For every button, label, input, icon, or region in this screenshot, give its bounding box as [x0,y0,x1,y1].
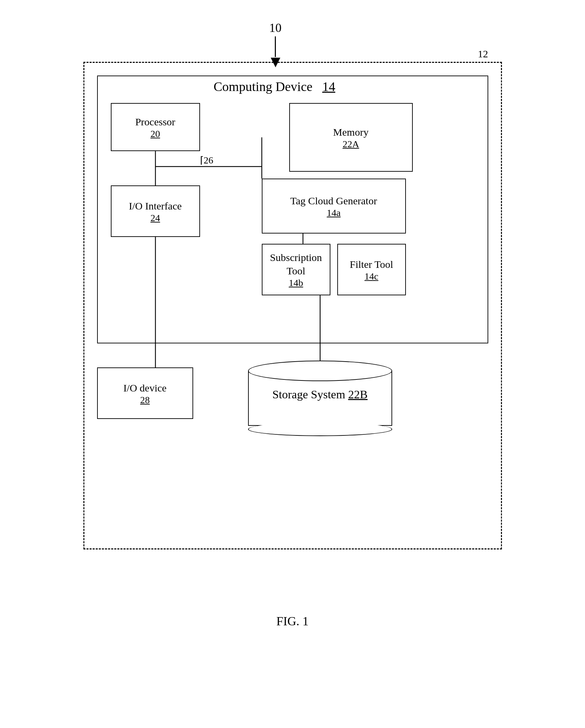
cylinder: Storage System 22B [248,361,392,436]
fig-caption: FIG. 1 [276,614,308,628]
subscription-box: Subscription Tool 14b [262,244,330,295]
arrow-stem [275,36,276,57]
io-interface-box: I/O Interface 24 [111,185,200,237]
diagram: 10 12 Computing Device 14 Processor 20 M… [70,21,516,639]
cylinder-top [248,361,392,381]
top-arrow: 10 [269,21,282,67]
processor-box: Processor 20 [111,103,200,151]
label-26: ⌈26 [200,155,213,166]
computing-device-number: 14 [322,79,335,94]
computing-device-label: Computing Device 14 [214,79,336,94]
storage-container: Storage System 22B [248,361,392,436]
cylinder-bottom [248,422,392,436]
storage-label: Storage System 22B [248,388,392,401]
io-device-box: I/O device 28 [97,367,193,419]
memory-box: Memory 22A [289,103,413,172]
label-10: 10 [269,21,282,35]
bus-bracket: ⌈ [200,155,204,166]
tag-cloud-box: Tag Cloud Generator 14a [262,179,406,234]
filter-box: Filter Tool 14c [337,244,406,295]
label-12: 12 [478,48,488,60]
